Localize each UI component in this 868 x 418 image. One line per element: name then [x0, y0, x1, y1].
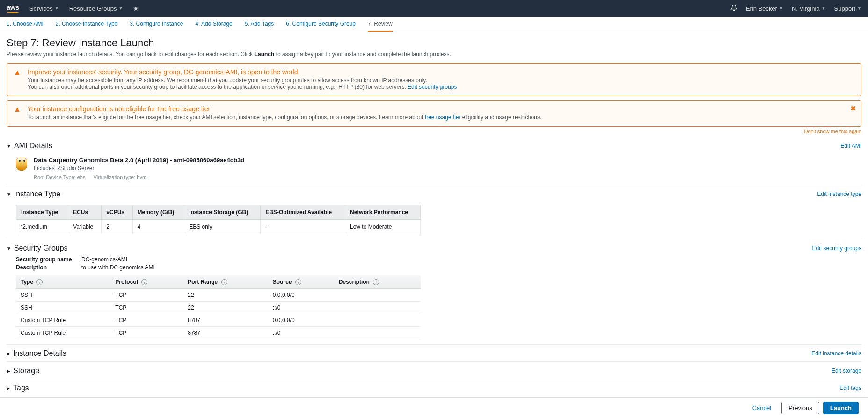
edit-ami-link[interactable]: Edit AMI — [840, 143, 861, 149]
nav-user-label: Erin Becker — [746, 5, 777, 12]
bell-icon[interactable] — [730, 4, 737, 13]
bottom-action-bar: Cancel Previous Launch — [0, 397, 868, 418]
table-header: Instance Storage (GB) — [184, 205, 261, 220]
alert-security-open: ▲ Improve your instances' security. Your… — [7, 63, 861, 96]
table-header: Network Performance — [345, 205, 420, 220]
nav-support-label: Support — [834, 5, 856, 12]
table-header: Type i — [16, 275, 110, 289]
collapse-caret-icon[interactable]: ▼ — [7, 144, 11, 149]
collapse-caret-icon[interactable]: ▼ — [7, 192, 11, 197]
previous-button[interactable]: Previous — [781, 402, 819, 414]
table-cell: 22 — [183, 302, 268, 314]
instance-type-table: Instance TypeECUsvCPUsMemory (GiB)Instan… — [16, 205, 421, 234]
table-cell: 0.0.0.0/0 — [268, 289, 334, 302]
nav-resource-groups[interactable]: Resource Groups ▼ — [69, 5, 123, 12]
edit-storage-link[interactable]: Edit storage — [832, 368, 861, 374]
info-icon[interactable]: i — [141, 279, 147, 285]
wizard-step-2[interactable]: 2. Choose Instance Type — [56, 21, 118, 32]
chevron-down-icon: ▼ — [779, 6, 783, 11]
edit-instance-type-link[interactable]: Edit instance type — [817, 191, 861, 197]
section-title: Tags — [13, 384, 29, 392]
info-icon[interactable]: i — [373, 279, 379, 285]
section-instance-details: ▶ Instance Details Edit instance details — [7, 345, 861, 362]
section-title: Storage — [13, 367, 39, 375]
ami-meta: Root Device Type: ebs Virtualization typ… — [34, 174, 244, 180]
section-security-groups: ▼ Security Groups Edit security groups S… — [7, 239, 861, 345]
section-instance-type: ▼ Instance Type Edit instance type Insta… — [7, 185, 861, 239]
wizard-step-1[interactable]: 1. Choose AMI — [7, 21, 44, 32]
expand-caret-icon[interactable]: ▶ — [7, 386, 10, 391]
free-usage-tier-link[interactable]: free usage tier — [425, 114, 461, 121]
info-icon[interactable]: i — [221, 279, 227, 285]
table-cell: TCP — [110, 327, 183, 339]
warning-icon: ▲ — [14, 105, 21, 114]
edit-security-groups-link[interactable]: Edit security groups — [408, 84, 457, 90]
table-header: ECUs — [68, 205, 102, 220]
aws-logo[interactable]: aws — [7, 3, 19, 14]
alert-line: Your instances may be accessible from an… — [28, 77, 854, 84]
table-header: Memory (GiB) — [132, 205, 184, 220]
table-cell: Custom TCP Rule — [16, 327, 110, 339]
alert-title: Improve your instances' security. Your s… — [28, 68, 854, 76]
ami-description: Includes RStudio Server — [34, 165, 244, 172]
linux-icon — [16, 158, 27, 171]
table-header: Description i — [334, 275, 421, 289]
expand-caret-icon[interactable]: ▶ — [7, 368, 10, 374]
ami-name: Data Carpentry Genomics Beta 2.0 (April … — [34, 157, 244, 164]
table-header: vCPUs — [102, 205, 132, 220]
edit-tags-link[interactable]: Edit tags — [839, 385, 861, 391]
wizard-step-3[interactable]: 3. Configure Instance — [130, 21, 183, 32]
section-title: Instance Type — [14, 190, 60, 198]
wizard-step-5[interactable]: 5. Add Tags — [245, 21, 274, 32]
nav-region[interactable]: N. Virginia ▼ — [792, 5, 826, 12]
table-cell: - — [261, 220, 345, 234]
table-cell: SSH — [16, 302, 110, 314]
dont-show-link[interactable]: Don't show me this again — [804, 129, 861, 134]
section-ami-details: ▼ AMI Details Edit AMI Data Carpentry Ge… — [7, 137, 861, 185]
nav-user[interactable]: Erin Becker ▼ — [746, 5, 783, 12]
table-row: SSHTCP22::/0 — [16, 302, 421, 314]
table-cell: 0.0.0.0/0 — [268, 314, 334, 327]
section-tags: ▶ Tags Edit tags — [7, 379, 861, 396]
wizard-steps: 1. Choose AMI2. Choose Instance Type3. C… — [0, 17, 868, 32]
security-group-rules-table: Type iProtocol iPort Range iSource iDesc… — [16, 275, 421, 339]
table-cell: 8787 — [183, 327, 268, 339]
edit-instance-details-link[interactable]: Edit instance details — [811, 350, 861, 357]
table-header: EBS-Optimized Available — [261, 205, 345, 220]
edit-security-groups-link[interactable]: Edit security groups — [812, 245, 861, 252]
alert-line: You can also open additional ports in yo… — [28, 84, 854, 90]
alert-title: Your instance configuration is not eligi… — [28, 105, 854, 113]
sg-desc-label: Description — [16, 264, 81, 271]
wizard-step-4[interactable]: 4. Add Storage — [195, 21, 232, 32]
section-title: AMI Details — [14, 142, 52, 150]
launch-button[interactable]: Launch — [823, 402, 859, 414]
wizard-step-6[interactable]: 6. Configure Security Group — [286, 21, 356, 32]
chevron-down-icon: ▼ — [55, 6, 59, 11]
nav-resource-groups-label: Resource Groups — [69, 5, 117, 12]
pin-icon[interactable]: ★ — [133, 5, 139, 12]
chevron-down-icon: ▼ — [119, 6, 123, 11]
nav-services[interactable]: Services ▼ — [29, 5, 59, 12]
table-cell: 22 — [183, 289, 268, 302]
alert-free-tier: ▲ ✖ Your instance configuration is not e… — [7, 100, 861, 127]
table-cell: Variable — [68, 220, 102, 234]
expand-caret-icon[interactable]: ▶ — [7, 351, 10, 356]
dont-show-again: Don't show me this again — [7, 129, 861, 134]
nav-support[interactable]: Support ▼ — [834, 5, 861, 12]
collapse-caret-icon[interactable]: ▼ — [7, 246, 11, 251]
wizard-step-7: 7. Review — [368, 21, 393, 32]
table-cell: TCP — [110, 314, 183, 327]
page-subtitle: Please review your instance launch detai… — [7, 51, 861, 58]
table-header: Port Range i — [183, 275, 268, 289]
close-icon[interactable]: ✖ — [850, 104, 856, 113]
chevron-down-icon: ▼ — [822, 6, 826, 11]
page-title: Step 7: Review Instance Launch — [7, 37, 861, 49]
info-icon[interactable]: i — [295, 279, 301, 285]
table-cell: 2 — [102, 220, 132, 234]
table-cell — [334, 302, 421, 314]
table-header: Instance Type — [16, 205, 68, 220]
info-icon[interactable]: i — [36, 279, 43, 285]
top-nav: aws Services ▼ Resource Groups ▼ ★ Erin … — [0, 0, 868, 17]
table-cell — [334, 289, 421, 302]
cancel-button[interactable]: Cancel — [746, 402, 778, 414]
